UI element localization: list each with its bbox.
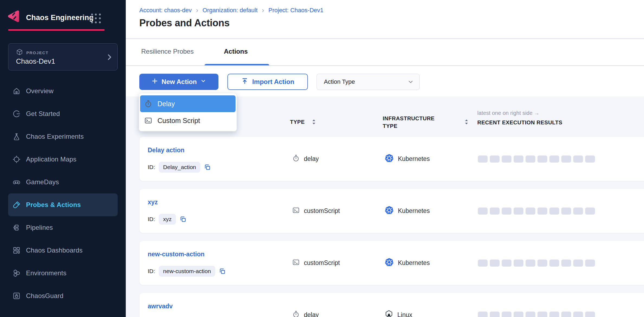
project-selector[interactable]: PROJECT Chaos-Dev1	[8, 43, 118, 70]
execution-result-placeholder	[585, 156, 595, 163]
app-title: Chaos Engineering	[26, 14, 94, 22]
execution-result-placeholder	[490, 208, 500, 215]
chaos-engineering-logo-icon	[7, 9, 21, 24]
execution-result-placeholder	[537, 260, 547, 267]
action-type-cell: delay	[292, 293, 319, 317]
execution-result-placeholder	[478, 260, 488, 267]
menu-item-custom-script[interactable]: Custom Script	[140, 112, 236, 129]
new-action-menu: Delay Custom Script	[139, 93, 237, 131]
execution-result-placeholder	[478, 312, 488, 317]
breadcrumb-organization-link[interactable]: Organization: default	[202, 7, 257, 14]
tab-actions[interactable]: Actions	[224, 48, 248, 55]
sidebar-item-label: Get Started	[26, 110, 60, 118]
execution-result-placeholder	[585, 208, 595, 215]
home-icon	[12, 87, 21, 95]
import-action-button[interactable]: Import Action	[227, 74, 308, 90]
copy-icon[interactable]	[204, 164, 211, 171]
menu-item-label: Delay	[157, 100, 175, 108]
column-header-type[interactable]: TYPE	[290, 118, 305, 126]
action-name-link[interactable]: new-custom-action	[148, 251, 205, 258]
import-icon	[241, 77, 249, 86]
recent-execution-results	[478, 293, 595, 317]
app-switcher-grid-icon[interactable]	[91, 14, 101, 24]
project-label-row: PROJECT	[16, 48, 49, 57]
stopwatch-icon	[292, 154, 300, 164]
header-divider	[126, 38, 644, 39]
sidebar-item-gamedays[interactable]: GameDays	[8, 171, 118, 193]
action-type-filter[interactable]: Action Type	[317, 74, 420, 90]
table-row: xyz ID: xyz custo	[140, 189, 644, 233]
page-title: Probes and Actions	[139, 17, 230, 29]
action-id-value: new-custom-action	[159, 266, 215, 277]
infrastructure-cell: Kubernetes	[385, 241, 430, 285]
action-id-value: Delay_action	[159, 162, 200, 173]
sidebar: Chaos Engineering PROJECT Chaos-Dev1	[0, 0, 126, 317]
action-name-link[interactable]: xyz	[148, 199, 158, 206]
copy-icon[interactable]	[179, 216, 186, 223]
execution-result-placeholder	[502, 260, 511, 267]
execution-result-placeholder	[561, 260, 571, 267]
import-action-label: Import Action	[252, 78, 294, 86]
target-icon	[12, 155, 21, 164]
execution-result-placeholder	[490, 260, 500, 267]
sidebar-item-chaosguard[interactable]: ChaosGuard	[8, 284, 118, 307]
execution-result-placeholder	[537, 156, 547, 163]
breadcrumb-project-link[interactable]: Project: Chaos-Dev1	[268, 7, 323, 14]
sort-icon[interactable]	[464, 119, 469, 125]
breadcrumb-separator: ›	[262, 7, 264, 14]
linux-icon	[385, 310, 393, 317]
breadcrumb-account-link[interactable]: Account: chaos-dev	[139, 7, 192, 14]
sidebar-item-label: Chaos Experiments	[26, 133, 84, 140]
recent-execution-results	[478, 189, 595, 233]
recent-results-note: latest one on right side →	[477, 110, 539, 116]
copy-icon[interactable]	[219, 268, 226, 275]
sidebar-nav: Overview Get Started Chaos Experiment	[0, 80, 126, 307]
dashboard-icon	[12, 246, 21, 255]
main-content: Account: chaos-dev › Organization: defau…	[126, 0, 644, 317]
sidebar-item-chaos-dashboards[interactable]: Chaos Dashboards	[8, 239, 118, 262]
app-root: Chaos Engineering PROJECT Chaos-Dev1	[0, 0, 644, 317]
tab-resilience-probes[interactable]: Resilience Probes	[141, 48, 194, 55]
column-header-infrastructure-type[interactable]: INFRASTRUCTURE TYPE	[383, 115, 434, 130]
sidebar-item-chaos-experiments[interactable]: Chaos Experiments	[8, 125, 118, 148]
hexagons-icon	[12, 269, 21, 277]
action-type-cell: customScript	[292, 241, 340, 285]
test-tube-icon	[12, 200, 21, 209]
execution-result-placeholder	[502, 208, 511, 215]
table-row: new-custom-action ID: new-custom-action	[140, 241, 644, 285]
execution-result-placeholder	[526, 312, 535, 317]
table-row: Delay action ID: Delay_action	[140, 137, 644, 181]
execution-result-placeholder	[526, 208, 535, 215]
sidebar-item-label: Environments	[26, 269, 66, 277]
sidebar-item-application-maps[interactable]: Application Maps	[8, 148, 118, 171]
kubernetes-icon	[385, 206, 394, 216]
sort-icon[interactable]	[311, 119, 316, 125]
sidebar-item-overview[interactable]: Overview	[8, 80, 118, 102]
sidebar-item-label: Overview	[26, 87, 54, 95]
new-action-button[interactable]: New Action	[139, 74, 218, 90]
execution-result-placeholder	[490, 312, 500, 317]
infrastructure-cell: Linux	[385, 293, 412, 317]
execution-result-placeholder	[514, 312, 523, 317]
execution-result-placeholder	[490, 156, 500, 163]
sidebar-header: Chaos Engineering	[0, 0, 126, 29]
sidebar-item-environments[interactable]: Environments	[8, 262, 118, 284]
action-id-row: ID: Delay_action	[148, 162, 211, 173]
sidebar-item-probes-and-actions[interactable]: Probes & Actions	[8, 193, 118, 216]
sidebar-item-pipelines[interactable]: Pipelines	[8, 216, 118, 239]
sidebar-item-label: GameDays	[26, 178, 59, 186]
sidebar-item-label: Probes & Actions	[26, 201, 81, 209]
execution-result-placeholder	[526, 156, 535, 163]
execution-result-placeholder	[549, 260, 559, 267]
id-label: ID:	[148, 268, 155, 274]
menu-item-delay[interactable]: Delay	[140, 95, 236, 112]
execution-result-placeholder	[561, 156, 571, 163]
execution-result-placeholder	[502, 156, 511, 163]
sidebar-item-get-started[interactable]: Get Started	[8, 102, 118, 125]
id-label: ID:	[148, 216, 155, 222]
action-name-link[interactable]: awrvadv	[148, 303, 173, 310]
sidebar-item-label: Pipelines	[26, 224, 53, 231]
action-name-link[interactable]: Delay action	[148, 147, 185, 154]
tabs-divider	[126, 65, 644, 66]
kubernetes-icon	[385, 154, 394, 164]
